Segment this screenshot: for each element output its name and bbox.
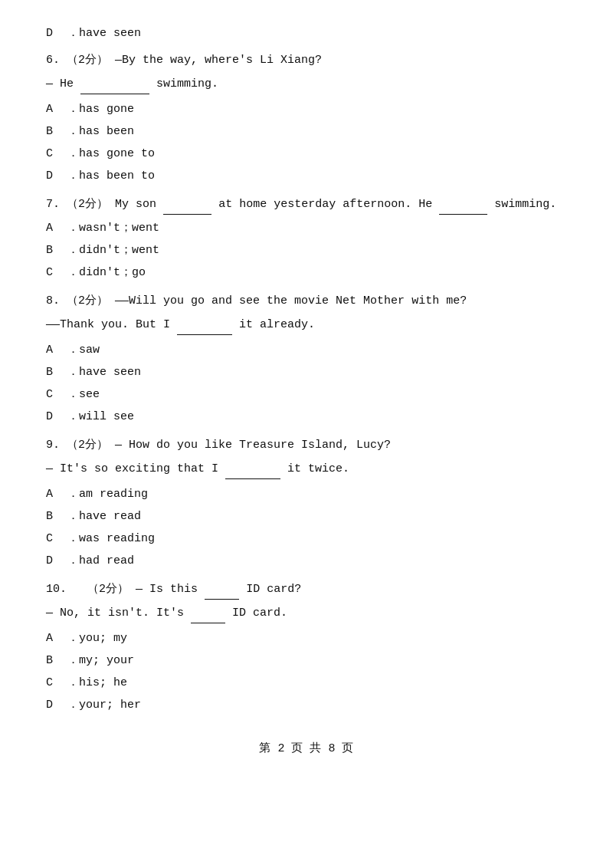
q6-response-line: — He swimming. — [46, 74, 567, 94]
q8-stem-line: 8. （2分） ——Will you go and see the movie … — [46, 291, 567, 311]
option-letter: D — [46, 551, 67, 571]
option-text: has been to — [79, 166, 155, 186]
option-dot: ． — [67, 121, 79, 142]
option-letter: B — [46, 650, 67, 671]
q6-blank — [80, 82, 149, 94]
option-letter: A — [46, 340, 67, 360]
option-text: will see — [79, 406, 134, 427]
q7-option-b: B ． didn't；went — [46, 240, 567, 261]
page-footer: 第 2 页 共 8 页 — [46, 738, 567, 759]
option-letter: C — [46, 262, 67, 283]
q7-points: （2分） — [67, 198, 108, 211]
option-text: see — [79, 384, 100, 405]
option-dot: ． — [67, 506, 79, 527]
q10-stem-suffix: ID card? — [246, 583, 301, 596]
option-text: you; my — [79, 628, 127, 649]
option-text: had read — [79, 551, 134, 571]
option-dot: ． — [67, 143, 79, 164]
option-letter: B — [46, 506, 67, 527]
option-letter: C — [46, 528, 67, 549]
q8-response-suffix: it already. — [239, 318, 315, 331]
q7-blank2 — [439, 202, 487, 215]
option-letter: B — [46, 362, 67, 383]
option-letter: C — [46, 672, 67, 693]
option-letter: D — [46, 23, 67, 44]
option-text: have seen — [79, 362, 141, 383]
question-6: 6. （2分） —By the way, where's Li Xiang? —… — [46, 50, 567, 186]
q10-stem-prefix: — Is this — [136, 583, 198, 596]
q7-blank1 — [163, 202, 211, 215]
footer-text: 第 2 页 共 8 页 — [259, 742, 353, 755]
q7-option-c: C ． didn't；go — [46, 262, 567, 283]
q7-stem-prefix: My son — [115, 198, 156, 211]
q10-blank1 — [205, 587, 239, 600]
option-dot: ． — [67, 695, 79, 715]
option-text: his; he — [79, 672, 127, 693]
option-dot: ． — [67, 340, 79, 360]
option-letter: B — [46, 240, 67, 261]
q9-response-prefix: — It's so exciting that I — [46, 462, 218, 475]
q10-blank2 — [191, 611, 225, 623]
option-dot: ． — [67, 166, 79, 186]
q7-number: 7. — [46, 198, 60, 211]
q8-option-c: C ． see — [46, 384, 567, 405]
question-8: 8. （2分） ——Will you go and see the movie … — [46, 291, 567, 427]
q9-option-c: C ． was reading — [46, 528, 567, 549]
option-text: have read — [79, 506, 141, 527]
q9-response-line: — It's so exciting that I it twice. — [46, 459, 567, 479]
option-text: was reading — [79, 528, 155, 549]
q6-response: — He — [46, 77, 74, 90]
option-text: has gone to — [79, 143, 155, 164]
q10-number: 10. — [46, 583, 67, 596]
option-text: am reading — [79, 484, 148, 505]
question-7: 7. （2分） My son at home yesterday afterno… — [46, 194, 567, 283]
option-letter: A — [46, 218, 67, 238]
option-text: your; her — [79, 695, 141, 715]
q7-stem-mid: at home yesterday afternoon. He — [218, 198, 432, 211]
q9-blank — [225, 467, 280, 479]
q8-points: （2分） — [67, 294, 108, 307]
question-9: 9. （2分） — How do you like Treasure Islan… — [46, 435, 567, 571]
q9-stem: — How do you like Treasure Island, Lucy? — [115, 439, 391, 452]
option-letter: C — [46, 143, 67, 164]
option-text: didn't；go — [79, 262, 146, 283]
q6-stem: —By the way, where's Li Xiang? — [115, 54, 322, 67]
q9-number: 9. — [46, 439, 60, 452]
option-letter: C — [46, 384, 67, 405]
q8-stem: ——Will you go and see the movie Net Moth… — [115, 294, 467, 307]
option-text: didn't；went — [79, 240, 159, 261]
q6-number: 6. — [46, 54, 60, 67]
option-letter: A — [46, 99, 67, 120]
q7-stem-line: 7. （2分） My son at home yesterday afterno… — [46, 194, 567, 215]
q10-points: （2分） — [87, 583, 129, 596]
option-letter: B — [46, 121, 67, 142]
q6-points: （2分） — [67, 54, 108, 67]
option-text: has gone — [79, 99, 134, 120]
q10-option-b: B ． my; your — [46, 650, 567, 671]
q6-stem-line: 6. （2分） —By the way, where's Li Xiang? — [46, 50, 567, 71]
q9-points: （2分） — [67, 439, 108, 452]
option-dot: ． — [67, 628, 79, 649]
q10-response-line: — No, it isn't. It's ID card. — [46, 603, 567, 623]
option-dot: ． — [67, 23, 79, 44]
option-text: have seen — [79, 23, 141, 44]
q8-number: 8. — [46, 294, 60, 307]
option-dot: ． — [67, 650, 79, 671]
q8-option-a: A ． saw — [46, 340, 567, 360]
q10-response-suffix: ID card. — [232, 607, 287, 620]
option-text: my; your — [79, 650, 134, 671]
option-letter: A — [46, 628, 67, 649]
q8-blank — [177, 323, 232, 335]
q9-stem-line: 9. （2分） — How do you like Treasure Islan… — [46, 435, 567, 455]
option-dot: ． — [67, 240, 79, 261]
q8-response-prefix: ——Thank you. But I — [46, 318, 170, 331]
option-dot: ． — [67, 551, 79, 571]
q10-response-prefix: — No, it isn't. It's — [46, 607, 184, 620]
q9-option-a: A ． am reading — [46, 484, 567, 505]
option-dot: ． — [67, 218, 79, 238]
option-dot: ． — [67, 406, 79, 427]
q9-option-d: D ． had read — [46, 551, 567, 571]
option-letter: D — [46, 166, 67, 186]
q10-option-a: A ． you; my — [46, 628, 567, 649]
option-text: saw — [79, 340, 100, 360]
